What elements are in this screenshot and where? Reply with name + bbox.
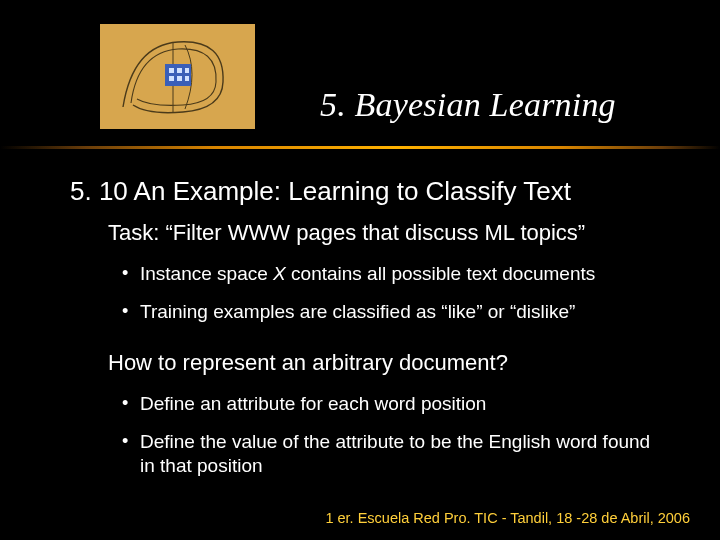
bullet-define-value: Define the value of the attribute to be … <box>140 430 660 478</box>
bullet-training-examples: Training examples are classified as “lik… <box>140 300 575 324</box>
bullet-define-attribute: Define an attribute for each word positi… <box>140 392 486 416</box>
svg-rect-2 <box>169 68 174 73</box>
svg-rect-6 <box>177 76 182 81</box>
task-line: Task: “Filter WWW pages that discuss ML … <box>108 220 585 246</box>
svg-rect-1 <box>165 64 191 86</box>
svg-rect-7 <box>185 76 189 81</box>
logo-image <box>100 24 255 129</box>
slide-title: 5. Bayesian Learning <box>320 86 616 124</box>
svg-rect-5 <box>169 76 174 81</box>
svg-rect-3 <box>177 68 182 73</box>
bullet-instance-space: Instance space X contains all possible t… <box>140 262 595 286</box>
svg-rect-4 <box>185 68 189 73</box>
footer-text: 1 er. Escuela Red Pro. TIC - Tandil, 18 … <box>325 510 690 526</box>
title-underline <box>0 146 720 149</box>
section-heading: 5. 10 An Example: Learning to Classify T… <box>70 176 571 207</box>
question-line: How to represent an arbitrary document? <box>108 350 508 376</box>
